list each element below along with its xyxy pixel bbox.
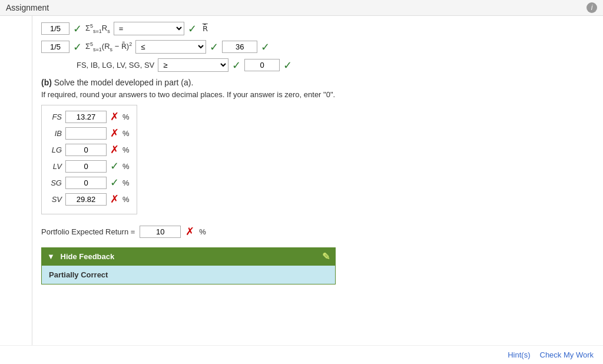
feedback-status: Partially Correct (42, 266, 335, 284)
portfolio-label: Portfolio Expected Return = (41, 227, 135, 236)
alloc-row-lg: LG ✗ % (49, 143, 130, 156)
left-sidebar (0, 16, 32, 363)
sigma-expr-2: Σ5s=1(Rs − R̄)2 (85, 41, 132, 52)
check-icon-1b: ✓ (188, 22, 197, 35)
alloc-label-lg: LG (49, 145, 62, 154)
operator-select-3[interactable]: ≥ = ≤ (158, 58, 228, 72)
pct-fs: % (122, 112, 130, 121)
equation-section: ✓ Σ5s=1Rs = ≤ ≥ ✓ R̄ ✓ Σ5s=1(Rs − R̄)2 (41, 22, 594, 72)
portfolio-status-icon: ✗ (185, 225, 194, 238)
status-icon-lg: ✗ (110, 143, 119, 156)
alloc-label-sv: SV (49, 195, 62, 204)
vars-label: FS, IB, LG, LV, SG, SV (77, 61, 154, 70)
portfolio-input[interactable] (140, 226, 181, 238)
alloc-row-lv: LV ✓ % (49, 160, 130, 173)
part-b-title: (b) Solve the model developed in part (a… (41, 78, 594, 87)
alloc-input-lg[interactable] (65, 144, 107, 156)
eq-row-1: ✓ Σ5s=1Rs = ≤ ≥ ✓ R̄ (41, 22, 594, 35)
feedback-header-left: ▼ Hide Feedback (47, 252, 114, 261)
alloc-input-lv[interactable] (65, 160, 107, 173)
feedback-status-text: Partially Correct (49, 270, 108, 279)
operator-select-1[interactable]: = ≤ ≥ (114, 22, 184, 35)
alloc-label-fs: FS (49, 112, 62, 121)
status-icon-sv: ✗ (110, 193, 119, 206)
portfolio-row: Portfolio Expected Return = ✗ % (41, 225, 594, 238)
page-title: Assignment (6, 3, 49, 12)
part-b: (b) Solve the model developed in part (a… (41, 78, 594, 284)
alloc-label-ib: IB (49, 129, 62, 138)
portfolio-pct: % (199, 227, 206, 236)
allocation-table: FS ✗ % IB ✗ % LG (41, 105, 137, 214)
alloc-label-sg: SG (49, 178, 62, 187)
feedback-section: ▼ Hide Feedback ✎ Partially Correct (41, 247, 336, 284)
right-panel: ✓ Σ5s=1Rs = ≤ ≥ ✓ R̄ ✓ Σ5s=1(Rs − R̄)2 (32, 16, 603, 363)
check-my-work-link[interactable]: Check My Work (540, 350, 594, 359)
fraction-input-1[interactable] (41, 22, 69, 35)
hint-link[interactable]: Hint(s) (508, 350, 530, 359)
alloc-row-ib: IB ✗ % (49, 127, 130, 140)
check-icon-3b: ✓ (232, 59, 241, 72)
fraction-input-2[interactable] (41, 41, 69, 53)
check-icon-2b: ✓ (210, 41, 218, 54)
status-icon-ib: ✗ (110, 127, 119, 140)
feedback-body: Partially Correct (41, 266, 336, 284)
bottom-bar: Hint(s) Check My Work (0, 345, 603, 364)
alloc-row-fs: FS ✗ % (49, 110, 130, 123)
check-icon-3c: ✓ (283, 59, 292, 72)
number-input-2[interactable] (222, 41, 257, 53)
check-icon-2: ✓ (73, 41, 82, 54)
page-container: Assignment i ✓ Σ5s=1Rs = ≤ ≥ (0, 0, 603, 364)
check-icon-1: ✓ (73, 22, 82, 35)
alloc-input-sv[interactable] (65, 193, 107, 206)
status-icon-lv: ✓ (110, 160, 119, 173)
main-content: ✓ Σ5s=1Rs = ≤ ≥ ✓ R̄ ✓ Σ5s=1(Rs − R̄)2 (0, 16, 603, 363)
rbar-label: R̄ (203, 24, 208, 33)
alloc-input-ib[interactable] (65, 127, 107, 140)
pct-sg: % (122, 178, 130, 187)
alloc-input-sg[interactable] (65, 177, 107, 189)
feedback-header-label: Hide Feedback (61, 252, 115, 261)
pencil-icon: ✎ (322, 251, 330, 262)
eq-row-2: ✓ Σ5s=1(Rs − R̄)2 ≤ = ≥ ✓ ✓ (41, 40, 594, 54)
operator-select-2[interactable]: ≤ = ≥ (135, 40, 206, 54)
number-input-3[interactable] (244, 59, 280, 71)
sigma-expr-1: Σ5s=1Rs (85, 23, 110, 34)
pct-ib: % (122, 129, 130, 138)
part-b-note: If required, round your answers to two d… (41, 90, 594, 99)
status-icon-sg: ✓ (110, 176, 119, 189)
alloc-label-lv: LV (49, 162, 62, 171)
pct-sv: % (122, 195, 130, 204)
pct-lg: % (122, 145, 130, 154)
alloc-input-fs[interactable] (65, 111, 107, 123)
title-bar: Assignment i (0, 0, 603, 16)
alloc-row-sv: SV ✗ % (49, 193, 130, 206)
triangle-icon: ▼ (47, 252, 55, 261)
check-icon-2c: ✓ (261, 41, 270, 54)
status-icon-fs: ✗ (110, 110, 119, 123)
alloc-row-sg: SG ✓ % (49, 176, 130, 189)
feedback-header[interactable]: ▼ Hide Feedback ✎ (41, 247, 336, 266)
eq-row-3: FS, IB, LG, LV, SG, SV ≥ = ≤ ✓ ✓ (41, 58, 594, 72)
pct-lv: % (122, 162, 130, 171)
info-icon[interactable]: i (587, 2, 597, 13)
